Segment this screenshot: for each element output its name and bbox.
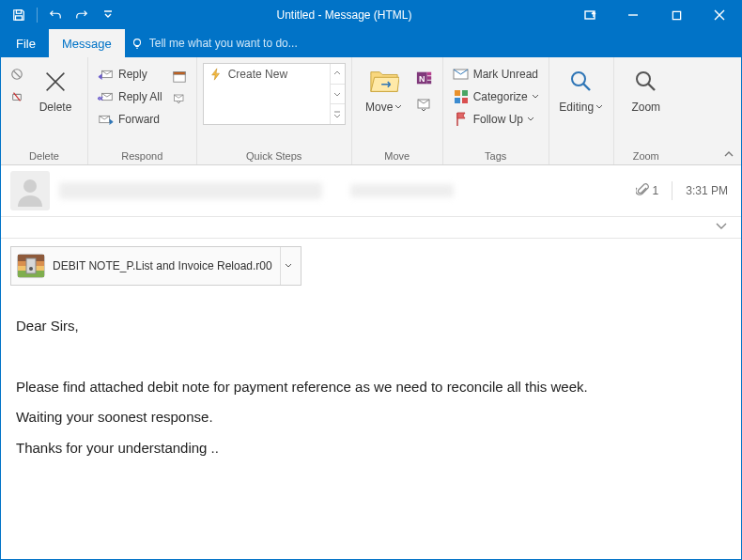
save-button[interactable] [7,3,31,27]
editing-icon [566,67,596,97]
onenote-button[interactable]: N [412,67,437,89]
recipient-redacted [350,184,454,197]
junk-icon [10,89,23,104]
paperclip-icon [636,183,649,198]
attachment-count: 1 [653,184,659,197]
move-label: Move [365,101,393,114]
minimize-button[interactable] [611,1,655,29]
collapse-ribbon-button[interactable] [722,148,737,163]
attachment-area: DEBIT NOTE_P.List and Invoice Reload.r00 [1,239,741,293]
follow-up-button[interactable]: Follow Up [449,108,543,131]
delete-icon [40,67,70,97]
sender-name-redacted [59,182,322,199]
qs-scroll [330,64,345,124]
ignore-button[interactable] [7,63,27,86]
group-quick-steps: Create New Quick Steps [197,57,352,164]
forward-icon [98,111,115,128]
chevron-down-icon [527,116,534,123]
editing-button[interactable]: Editing [555,63,608,117]
group-tags-label: Tags [449,148,543,164]
lightning-icon [209,68,223,81]
attachment-chip[interactable]: DEBIT NOTE_P.List and Invoice Reload.r00 [10,246,301,286]
move-button[interactable]: Move [358,63,410,117]
svg-point-4 [133,39,140,46]
actions-button[interactable] [412,93,437,116]
svg-rect-15 [426,72,431,76]
svg-rect-1 [16,16,23,20]
tab-file[interactable]: File [3,29,49,57]
svg-rect-16 [426,76,431,80]
reply-all-button[interactable]: Reply All [94,86,166,108]
svg-rect-11 [173,72,184,75]
ribbon-display-button[interactable] [568,1,611,29]
group-move-label: Move [358,148,437,164]
reply-label: Reply [118,68,147,81]
maximize-button[interactable] [655,1,698,29]
chevron-down-icon [394,103,402,111]
ignore-icon [10,67,23,82]
close-button[interactable] [698,1,741,29]
redo-button[interactable] [70,3,94,27]
reply-all-label: Reply All [118,90,162,103]
mark-unread-icon [453,66,470,83]
forward-label: Forward [118,113,160,126]
svg-rect-17 [426,81,431,85]
categorize-button[interactable]: Categorize [449,86,543,108]
reply-button[interactable]: Reply [94,63,166,86]
forward-button[interactable]: Forward [94,108,166,131]
window-title: Untitled - Message (HTML) [120,8,568,22]
tab-message[interactable]: Message [49,29,125,57]
reply-all-icon [98,88,115,105]
qs-more-button[interactable] [331,104,345,124]
zoom-label: Zoom [631,101,660,114]
ribbon: Delete Delete Reply Reply All Forward [1,57,741,165]
body-line-3: Thanks for your understanding .. [16,438,726,459]
chevron-down-icon [285,262,292,270]
chevron-down-icon [715,221,728,232]
attachment-indicator: 1 [636,183,659,198]
svg-rect-32 [26,258,36,273]
tell-me-search[interactable]: Tell me what you want to do... [131,29,298,57]
svg-point-25 [637,72,650,86]
group-zoom: Zoom Zoom [614,57,678,164]
window-controls [568,1,741,29]
group-respond-label: Respond [94,148,191,164]
person-icon [14,175,46,207]
mark-unread-label: Mark Unread [473,68,538,81]
qat-customize-button[interactable] [96,3,120,27]
received-time: 3:31 PM [686,184,728,197]
reply-icon [98,66,115,83]
more-respond-button[interactable] [168,87,191,110]
quick-steps-gallery[interactable]: Create New [203,63,346,125]
mark-unread-button[interactable]: Mark Unread [449,63,543,86]
qs-up-button[interactable] [331,64,345,85]
delete-button[interactable]: Delete [29,63,82,117]
rar-archive-icon [15,250,47,282]
zoom-icon [631,67,661,97]
categorize-icon [453,88,470,105]
group-move: Move N Move [352,57,443,164]
zoom-button[interactable]: Zoom [620,63,672,117]
attachment-filename: DEBIT NOTE_P.List and Invoice Reload.r00 [53,259,272,272]
group-delete: Delete Delete [1,57,88,164]
flag-icon [453,111,470,128]
body-line-2: Waiting your soonest response. [16,407,726,428]
group-delete-label: Delete [7,148,82,164]
undo-button[interactable] [43,3,68,27]
junk-button[interactable] [7,86,27,108]
attachment-dropdown-button[interactable] [280,247,297,285]
meeting-button[interactable] [168,65,191,87]
title-bar: Untitled - Message (HTML) [1,1,741,29]
expand-header-button[interactable] [715,219,728,236]
qs-down-button[interactable] [331,85,345,105]
message-header: 1 3:31 PM [1,165,741,217]
group-respond: Reply Reply All Forward R [88,57,197,164]
lightbulb-icon [131,37,144,50]
svg-point-26 [23,179,37,193]
group-zoom-label: Zoom [620,148,672,164]
editing-label: Editing [559,101,594,114]
body-line-1: Please find attached debit note for paym… [16,377,726,398]
svg-rect-3 [672,11,680,19]
svg-rect-21 [462,90,468,96]
message-body: Dear Sirs, Please find attached debit no… [1,293,741,481]
